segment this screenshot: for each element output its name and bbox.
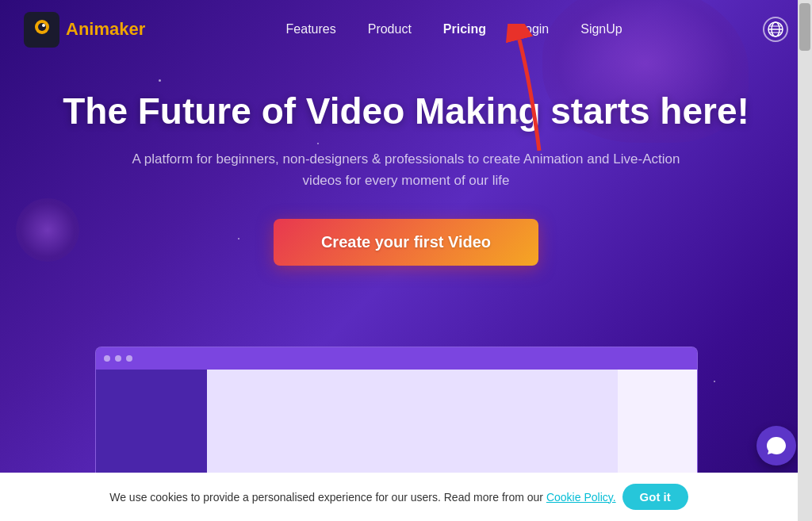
nav-right: [763, 17, 788, 42]
app-screenshot-preview: [95, 347, 698, 473]
scrollbar[interactable]: [798, 0, 812, 521]
chat-bubble-button[interactable]: [756, 426, 796, 465]
nav-product[interactable]: Product: [368, 22, 412, 36]
navbar: Animaker Features Product Pricing Login …: [0, 0, 812, 59]
nav-features[interactable]: Features: [286, 22, 336, 36]
toolbar-dot-2: [115, 355, 121, 362]
star-6: [714, 381, 715, 382]
hero-title: The Future of Video Making starts here!: [48, 90, 764, 132]
chat-icon: [766, 435, 787, 456]
cta-button[interactable]: Create your first Video: [274, 219, 538, 266]
globe-svg: [768, 21, 783, 37]
globe-icon[interactable]: [763, 17, 788, 42]
preview-body: [96, 370, 697, 473]
toolbar-dot-1: [104, 355, 110, 362]
svg-point-3: [42, 24, 45, 27]
preview-sidebar: [96, 370, 207, 473]
preview-main: [207, 370, 618, 473]
nav-pricing[interactable]: Pricing: [443, 22, 486, 36]
animaker-logo-svg: [27, 14, 57, 44]
nav-links: Features Product Pricing Login SignUp: [286, 22, 622, 36]
nav-signup[interactable]: SignUp: [580, 22, 622, 36]
nav-login[interactable]: Login: [518, 22, 549, 36]
scrollbar-thumb[interactable]: [799, 3, 810, 51]
hero-subtitle: A platform for beginners, non-designers …: [128, 148, 684, 191]
cookie-banner: We use cookies to provide a personalised…: [0, 473, 798, 521]
cookie-policy-link[interactable]: Cookie Policy.: [546, 491, 616, 504]
preview-right-panel: [618, 370, 697, 473]
toolbar-dot-3: [126, 355, 132, 362]
svg-point-2: [38, 23, 46, 31]
cookie-message-text: We use cookies to provide a personalised…: [109, 491, 543, 504]
preview-toolbar: [96, 347, 697, 370]
logo-text: Animaker: [66, 19, 145, 40]
logo-icon: [24, 12, 59, 48]
hero-section: The Future of Video Making starts here! …: [0, 59, 812, 289]
cookie-message: We use cookies to provide a personalised…: [109, 491, 615, 504]
logo[interactable]: Animaker: [24, 12, 145, 48]
got-it-button[interactable]: Got it: [622, 484, 688, 510]
